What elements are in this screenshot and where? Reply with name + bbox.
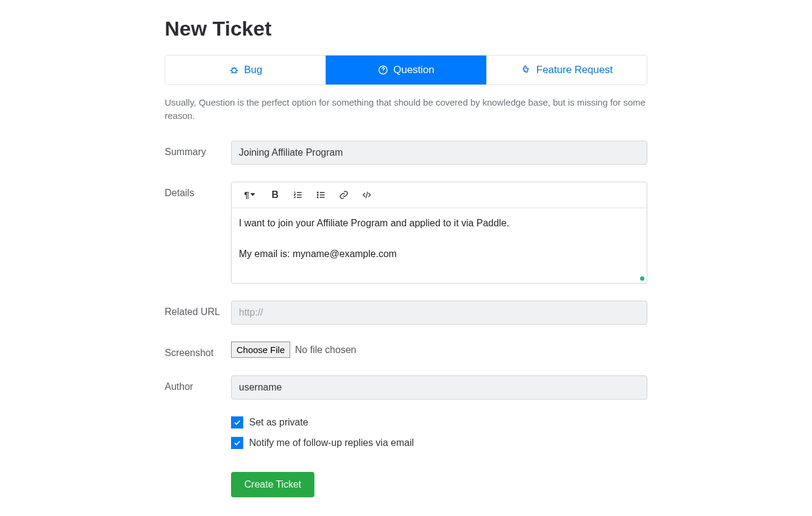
details-line-2: My email is: myname@example.com bbox=[239, 246, 639, 262]
check-icon bbox=[233, 418, 241, 427]
ordered-list-button[interactable] bbox=[287, 187, 309, 203]
screenshot-label: Screenshot bbox=[165, 342, 231, 358]
related-url-input[interactable] bbox=[231, 301, 647, 325]
puzzle-icon bbox=[521, 65, 531, 75]
file-status-text: No file chosen bbox=[295, 345, 356, 355]
bold-icon: B bbox=[271, 190, 279, 200]
check-icon bbox=[233, 439, 241, 447]
paragraph-style-button[interactable]: ¶ bbox=[236, 187, 263, 203]
editor-toolbar: ¶ B bbox=[232, 182, 647, 208]
code-button[interactable] bbox=[356, 187, 378, 203]
related-url-label: Related URL bbox=[165, 301, 231, 317]
svg-point-2 bbox=[382, 72, 383, 72]
choose-file-button[interactable]: Choose File bbox=[231, 342, 290, 358]
unordered-list-icon bbox=[316, 190, 326, 200]
bug-icon bbox=[229, 65, 239, 75]
author-label: Author bbox=[165, 375, 231, 392]
link-button[interactable] bbox=[333, 187, 355, 203]
bold-button[interactable]: B bbox=[264, 187, 286, 203]
details-textarea[interactable]: I want to join your Affiliate Program an… bbox=[232, 208, 647, 284]
tab-feature-request[interactable]: Feature Request bbox=[487, 56, 647, 84]
question-icon bbox=[378, 65, 389, 75]
svg-point-4 bbox=[317, 194, 319, 196]
details-editor: ¶ B bbox=[231, 182, 647, 284]
chevron-down-icon bbox=[250, 193, 255, 196]
tab-helptext: Usually, Question is the perfect option … bbox=[165, 96, 647, 123]
tab-bug-label: Bug bbox=[244, 64, 262, 76]
tab-feature-label: Feature Request bbox=[536, 64, 613, 76]
summary-label: Summary bbox=[165, 141, 231, 158]
private-checkbox[interactable] bbox=[231, 416, 243, 428]
private-checkbox-label: Set as private bbox=[249, 417, 308, 428]
tab-question[interactable]: Question bbox=[326, 56, 486, 84]
details-line-1: I want to join your Affiliate Program an… bbox=[239, 215, 639, 231]
notify-checkbox[interactable] bbox=[231, 437, 243, 449]
page-title: New Ticket bbox=[165, 17, 647, 40]
notify-checkbox-label: Notify me of follow-up replies via email bbox=[249, 438, 414, 448]
summary-input[interactable] bbox=[231, 141, 647, 165]
pilcrow-icon: ¶ bbox=[244, 190, 249, 200]
create-ticket-button[interactable]: Create Ticket bbox=[231, 472, 314, 497]
svg-point-5 bbox=[317, 197, 319, 198]
svg-point-3 bbox=[317, 192, 319, 193]
tab-bug[interactable]: Bug bbox=[165, 56, 326, 84]
ordered-list-icon bbox=[293, 190, 303, 200]
unordered-list-button[interactable] bbox=[310, 187, 332, 203]
code-icon bbox=[362, 190, 372, 200]
link-icon bbox=[339, 190, 349, 200]
author-input[interactable] bbox=[231, 375, 647, 400]
tab-question-label: Question bbox=[393, 64, 434, 76]
details-label: Details bbox=[165, 182, 231, 199]
ticket-type-tabs: Bug Question Feature Request bbox=[165, 55, 647, 85]
